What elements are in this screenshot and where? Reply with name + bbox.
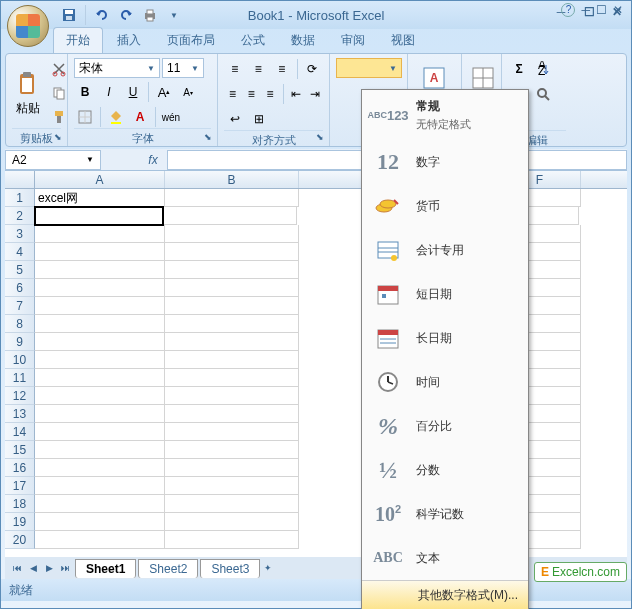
cell[interactable] <box>165 261 299 279</box>
align-left-button[interactable]: ≡ <box>224 83 241 105</box>
fill-color-button[interactable] <box>105 106 127 128</box>
autosum-button[interactable]: Σ <box>508 58 530 80</box>
clipboard-launcher[interactable]: ⬊ <box>51 130 65 144</box>
paste-button[interactable]: 粘贴 <box>12 58 44 128</box>
cell[interactable] <box>35 441 165 459</box>
cut-button[interactable] <box>48 58 70 80</box>
shrink-font-button[interactable]: A▾ <box>177 81 199 103</box>
more-formats-button[interactable]: 其他数字格式(M)... <box>362 580 528 609</box>
select-all-corner[interactable] <box>5 171 35 188</box>
cell[interactable] <box>165 351 299 369</box>
sheet-tab-1[interactable]: Sheet1 <box>75 559 136 578</box>
increase-indent-button[interactable]: ⇥ <box>306 83 323 105</box>
cell[interactable] <box>165 441 299 459</box>
cell[interactable] <box>165 315 299 333</box>
format-painter-button[interactable] <box>48 106 70 128</box>
decrease-indent-button[interactable]: ⇤ <box>287 83 304 105</box>
redo-button[interactable] <box>116 5 136 25</box>
format-option[interactable]: 时间 <box>362 360 528 404</box>
tab-home[interactable]: 开始 <box>53 27 103 53</box>
row-header[interactable]: 4 <box>5 243 35 261</box>
cell[interactable] <box>165 243 299 261</box>
row-header[interactable]: 2 <box>5 207 35 225</box>
cell[interactable] <box>35 387 165 405</box>
row-header[interactable]: 3 <box>5 225 35 243</box>
wrap-text-button[interactable]: ↩ <box>224 108 246 130</box>
font-size-combo[interactable]: 11▼ <box>162 58 204 78</box>
row-header[interactable]: 10 <box>5 351 35 369</box>
fx-button[interactable]: fx <box>141 150 165 170</box>
copy-button[interactable] <box>48 82 70 104</box>
cell[interactable] <box>165 369 299 387</box>
row-header[interactable]: 13 <box>5 405 35 423</box>
cell[interactable] <box>163 207 297 225</box>
cell[interactable] <box>165 405 299 423</box>
grow-font-button[interactable]: A▴ <box>153 81 175 103</box>
align-top-button[interactable]: ≡ <box>224 58 246 80</box>
align-middle-button[interactable]: ≡ <box>248 58 270 80</box>
col-header-b[interactable]: B <box>165 171 299 188</box>
name-box[interactable]: A2▼ <box>5 150 101 170</box>
row-header[interactable]: 5 <box>5 261 35 279</box>
row-header[interactable]: 15 <box>5 441 35 459</box>
tab-page-layout[interactable]: 页面布局 <box>155 28 227 53</box>
row-header[interactable]: 12 <box>5 387 35 405</box>
format-option[interactable]: 短日期 <box>362 272 528 316</box>
cell[interactable] <box>35 333 165 351</box>
cell[interactable] <box>34 206 164 226</box>
print-button[interactable] <box>140 5 160 25</box>
cell[interactable] <box>35 477 165 495</box>
font-launcher[interactable]: ⬊ <box>201 130 215 144</box>
format-general[interactable]: ABC123 常规无特定格式 <box>362 90 528 140</box>
sort-filter-button[interactable]: AZ <box>532 58 554 80</box>
tab-formulas[interactable]: 公式 <box>229 28 277 53</box>
align-center-button[interactable]: ≡ <box>243 83 260 105</box>
mdi-restore-button[interactable]: ☐ <box>596 3 607 17</box>
format-option[interactable]: 102科学记数 <box>362 492 528 536</box>
format-option[interactable]: ½分数 <box>362 448 528 492</box>
cell[interactable] <box>165 297 299 315</box>
sheet-nav-last[interactable]: ⏭ <box>57 560 73 576</box>
cell[interactable] <box>165 513 299 531</box>
align-bottom-button[interactable]: ≡ <box>271 58 293 80</box>
cell[interactable] <box>165 225 299 243</box>
sheet-nav-prev[interactable]: ◀ <box>25 560 41 576</box>
find-button[interactable] <box>532 83 554 105</box>
cell[interactable] <box>165 495 299 513</box>
cell[interactable] <box>165 423 299 441</box>
number-format-combo[interactable]: ▼ <box>336 58 402 78</box>
cell[interactable] <box>35 459 165 477</box>
col-header-a[interactable]: A <box>35 171 165 188</box>
row-header[interactable]: 18 <box>5 495 35 513</box>
cell[interactable] <box>35 279 165 297</box>
cell[interactable] <box>35 495 165 513</box>
row-header[interactable]: 8 <box>5 315 35 333</box>
row-header[interactable]: 20 <box>5 531 35 549</box>
cell[interactable] <box>35 513 165 531</box>
tab-data[interactable]: 数据 <box>279 28 327 53</box>
cell[interactable] <box>35 369 165 387</box>
row-header[interactable]: 11 <box>5 369 35 387</box>
cell[interactable] <box>35 405 165 423</box>
italic-button[interactable]: I <box>98 81 120 103</box>
mdi-minimize-button[interactable]: ─ <box>581 3 590 17</box>
undo-button[interactable] <box>92 5 112 25</box>
sheet-nav-next[interactable]: ▶ <box>41 560 57 576</box>
cell[interactable] <box>165 279 299 297</box>
sheet-tab-2[interactable]: Sheet2 <box>138 559 198 578</box>
borders-button[interactable] <box>74 106 96 128</box>
cell[interactable] <box>165 531 299 549</box>
format-option[interactable]: 货币 <box>362 184 528 228</box>
worksheet-grid[interactable]: A B F 1excel网234567891011121314151617181… <box>5 171 627 557</box>
merge-center-button[interactable]: ⊞ <box>248 108 270 130</box>
format-option[interactable]: ABC文本 <box>362 536 528 580</box>
tab-view[interactable]: 视图 <box>379 28 427 53</box>
help-button[interactable]: ? <box>561 3 575 17</box>
row-header[interactable]: 19 <box>5 513 35 531</box>
cell[interactable] <box>165 333 299 351</box>
format-option[interactable]: 会计专用 <box>362 228 528 272</box>
align-right-button[interactable]: ≡ <box>262 83 279 105</box>
row-header[interactable]: 16 <box>5 459 35 477</box>
format-option[interactable]: 12数字 <box>362 140 528 184</box>
bold-button[interactable]: B <box>74 81 96 103</box>
